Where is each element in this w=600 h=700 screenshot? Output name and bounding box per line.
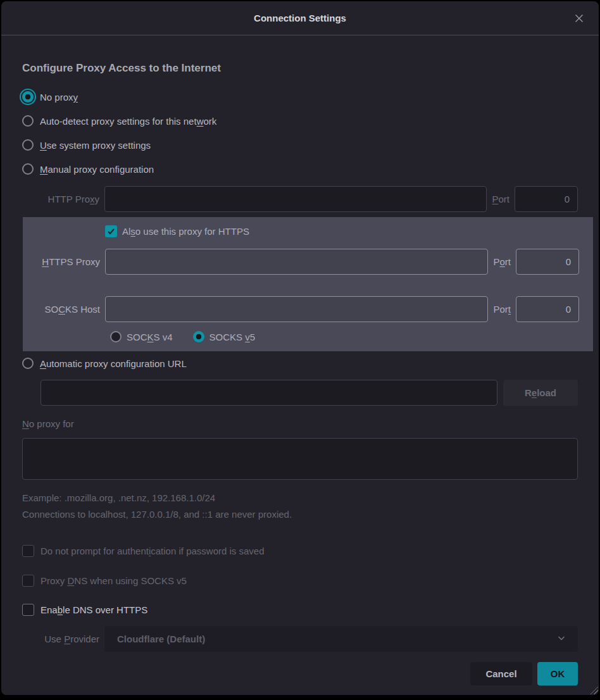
- socks-port-input[interactable]: [516, 296, 579, 322]
- auto-url-label: Automatic proxy configuration URL: [40, 358, 187, 369]
- manual-proxy-label: Manual proxy configuration: [40, 164, 154, 175]
- dialog-content: Configure Proxy Access to the Internet N…: [1, 35, 599, 695]
- dialog-titlebar: Connection Settings: [1, 1, 599, 35]
- socks-v5-label: SOCKS v5: [209, 332, 256, 342]
- localhost-note-text: Connections to localhost, 127.0.0.1/8, a…: [22, 509, 578, 522]
- provider-dropdown[interactable]: Cloudflare (Default): [104, 626, 578, 652]
- manual-proxy-radio[interactable]: [22, 163, 34, 175]
- no-prompt-auth-checkbox[interactable]: [22, 545, 34, 557]
- socks-v4-label: SOCKS v4: [127, 332, 173, 342]
- also-https-label: Also use this proxy for HTTPS: [122, 226, 249, 237]
- page-title: Configure Proxy Access to the Internet: [22, 62, 578, 78]
- proxy-dns-row[interactable]: Proxy DNS when using SOCKS v5: [22, 572, 578, 589]
- radio-row-auto-detect[interactable]: Auto-detect proxy settings for this netw…: [22, 111, 578, 130]
- chevron-down-icon: [556, 633, 566, 645]
- https-port-input[interactable]: [516, 249, 579, 275]
- provider-label: Use Provider: [22, 634, 104, 644]
- radio-row-auto-url[interactable]: Automatic proxy configuration URL: [22, 354, 578, 373]
- radio-row-no-proxy[interactable]: No proxy: [22, 87, 578, 106]
- dialog-title: Connection Settings: [254, 13, 346, 23]
- socks-v5-radio[interactable]: [193, 331, 204, 342]
- connection-settings-dialog: Connection Settings Configure Proxy Acce…: [1, 1, 599, 695]
- cancel-button[interactable]: Cancel: [470, 662, 532, 685]
- socks-v4-radio[interactable]: [110, 331, 122, 342]
- https-proxy-input[interactable]: [105, 249, 488, 275]
- http-proxy-label: HTTP Proxy: [22, 194, 104, 204]
- no-proxy-radio[interactable]: [22, 91, 34, 103]
- auto-detect-label: Auto-detect proxy settings for this netw…: [40, 116, 216, 127]
- socks-host-row: SOCKS Host Port: [23, 296, 579, 322]
- ok-button[interactable]: OK: [537, 662, 578, 685]
- doh-row[interactable]: Enable DNS over HTTPS: [22, 601, 578, 618]
- auto-url-input-row: Reload: [41, 380, 578, 406]
- http-proxy-row: HTTP Proxy Port: [22, 186, 578, 212]
- highlighted-section: Also use this proxy for HTTPS HTTPS Prox…: [23, 217, 593, 351]
- no-prompt-auth-label: Do not prompt for authentication if pass…: [41, 546, 265, 556]
- auto-detect-radio[interactable]: [22, 115, 34, 127]
- no-proxy-for-textarea[interactable]: [22, 438, 578, 480]
- doh-label: Enable DNS over HTTPS: [41, 604, 147, 615]
- socks-port-label: Port: [488, 304, 516, 315]
- https-proxy-row: HTTPS Proxy Port: [23, 249, 579, 275]
- no-prompt-auth-row[interactable]: Do not prompt for authentication if pass…: [22, 542, 578, 559]
- http-proxy-input[interactable]: [104, 186, 487, 212]
- provider-row: Use Provider Cloudflare (Default): [22, 626, 578, 652]
- proxy-dns-label: Proxy DNS when using SOCKS v5: [41, 575, 187, 586]
- auto-url-input[interactable]: [41, 380, 497, 406]
- https-proxy-label: HTTPS Proxy: [23, 256, 105, 267]
- socks-host-label: SOCKS Host: [23, 304, 105, 315]
- radio-row-system-proxy[interactable]: Use system proxy settings: [22, 135, 578, 154]
- close-icon[interactable]: [571, 10, 587, 27]
- socks-version-row: SOCKS v4 SOCKS v5: [110, 327, 579, 346]
- also-https-row[interactable]: Also use this proxy for HTTPS: [105, 222, 579, 240]
- proxy-dns-checkbox[interactable]: [22, 575, 34, 587]
- provider-selected-value: Cloudflare (Default): [117, 634, 556, 644]
- radio-row-manual-proxy[interactable]: Manual proxy configuration: [22, 159, 578, 178]
- also-https-checkbox[interactable]: [105, 225, 117, 237]
- no-proxy-for-label: No proxy for: [22, 418, 578, 434]
- https-port-label: Port: [488, 256, 516, 267]
- no-proxy-example-text: Example: .mozilla.org, .net.nz, 192.168.…: [22, 492, 578, 505]
- http-port-input[interactable]: [515, 186, 578, 212]
- doh-checkbox[interactable]: [22, 604, 34, 616]
- auto-url-radio[interactable]: [22, 358, 34, 369]
- reload-button[interactable]: Reload: [503, 380, 578, 406]
- dialog-footer: Cancel OK: [22, 662, 578, 685]
- http-port-label: Port: [487, 194, 515, 204]
- system-proxy-radio[interactable]: [22, 139, 34, 151]
- no-proxy-label: No proxy: [40, 92, 78, 103]
- socks-host-input[interactable]: [105, 296, 488, 322]
- system-proxy-label: Use system proxy settings: [40, 140, 151, 151]
